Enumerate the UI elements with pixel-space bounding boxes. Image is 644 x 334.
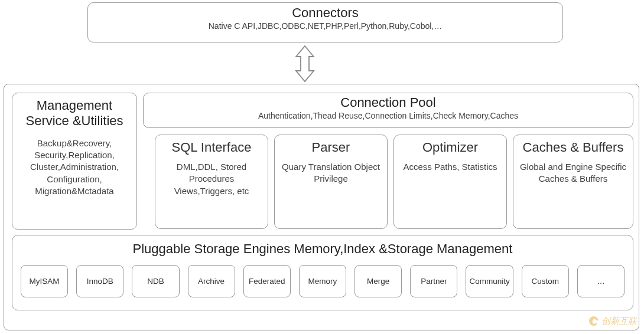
sql-interface-detail: DML,DDL, Stored Procedures Views,Trigger… <box>159 161 264 197</box>
engine-item: NDB <box>132 265 179 297</box>
parser-box: Parser Quary Translation Object Privileg… <box>274 135 388 229</box>
watermark: 创新互联 <box>588 315 637 327</box>
connection-pool-subtitle: Authentication,Thead Reuse,Connection Li… <box>258 110 518 121</box>
optimizer-box: Optimizer Access Paths, Statistics <box>393 135 507 229</box>
engine-item: Federated <box>243 265 291 297</box>
engine-row: MyISAM InnoDB NDB Archive Federated Memo… <box>12 265 633 297</box>
connection-pool-box: Connection Pool Authentication,Thead Reu… <box>143 93 633 128</box>
connectors-subtitle: Native C API,JDBC,ODBC,NET,PHP,Perl,Pyth… <box>209 21 443 31</box>
management-title: Management Service &Utilities <box>16 98 133 129</box>
connectors-box: Connectors Native C API,JDBC,ODBC,NET,PH… <box>87 2 563 42</box>
caches-box: Caches & Buffers Global and Engine Speci… <box>513 135 633 229</box>
engine-item: Custom <box>522 265 569 297</box>
sql-interface-box: SQL Interface DML,DDL, Stored Procedures… <box>155 135 268 229</box>
storage-engines-box: Pluggable Storage Engines Memory,Index &… <box>12 235 633 310</box>
parser-title: Parser <box>312 140 350 155</box>
caches-title: Caches & Buffers <box>523 140 624 155</box>
watermark-text: 创新互联 <box>601 316 637 327</box>
engine-item: MyISAM <box>21 265 68 297</box>
watermark-logo-icon <box>588 315 600 327</box>
engine-item: Partner <box>410 265 457 297</box>
engine-item: Community <box>466 265 513 297</box>
engine-item: Merge <box>354 265 402 297</box>
management-detail: Backup&Recovery, Security,Replication, C… <box>16 137 133 197</box>
management-box: Management Service &Utilities Backup&Rec… <box>12 93 137 230</box>
connectors-title: Connectors <box>292 5 359 21</box>
engine-item: Archive <box>188 265 235 297</box>
optimizer-detail: Access Paths, Statistics <box>403 161 497 173</box>
engine-item: InnoDB <box>76 265 123 297</box>
bidirectional-arrow-icon <box>292 45 317 83</box>
engine-item: … <box>577 265 625 297</box>
optimizer-title: Optimizer <box>422 140 478 155</box>
storage-title: Pluggable Storage Engines Memory,Index &… <box>133 241 513 257</box>
connection-pool-title: Connection Pool <box>340 95 435 110</box>
caches-detail: Global and Engine Specific Caches & Buff… <box>517 161 629 185</box>
sql-interface-title: SQL Interface <box>172 140 252 155</box>
engine-item: Memory <box>299 265 346 297</box>
parser-detail: Quary Translation Object Privilege <box>278 161 383 185</box>
